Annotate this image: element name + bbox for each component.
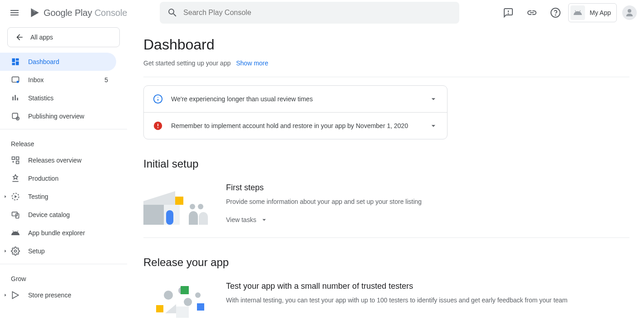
section-release-title: Release (0, 133, 127, 151)
svg-rect-35 (197, 303, 204, 311)
play-logo-icon (29, 7, 41, 19)
app-selector[interactable]: My App (568, 3, 617, 22)
chevron-down-icon (429, 94, 438, 104)
svg-point-31 (184, 298, 192, 306)
stats-icon (11, 94, 20, 103)
illustration (143, 282, 211, 323)
app-name: My App (590, 9, 611, 16)
nav-app-bundle-explorer[interactable]: App bundle explorer (0, 224, 116, 242)
link-button[interactable] (521, 2, 543, 24)
svg-point-18 (157, 97, 158, 98)
nav-label: Store presence (28, 291, 71, 299)
nav-dashboard[interactable]: Dashboard (0, 53, 116, 71)
arrow-left-icon (15, 33, 24, 42)
inbox-badge: 5 (104, 76, 108, 84)
nav-label: Device catalog (28, 211, 70, 218)
nav-label: Dashboard (28, 58, 59, 65)
nav-setup[interactable]: Setup (0, 242, 116, 260)
feedback-icon (503, 7, 514, 18)
caret-right-icon (2, 249, 9, 253)
nav-label: Testing (28, 193, 48, 200)
card-description: With internal testing, you can test your… (226, 296, 568, 305)
nav-label: Production (28, 175, 59, 182)
svg-marker-22 (143, 191, 175, 205)
svg-rect-34 (156, 305, 163, 312)
svg-marker-25 (175, 197, 183, 205)
divider (0, 264, 127, 264)
user-avatar[interactable] (622, 5, 637, 20)
svg-rect-9 (12, 157, 15, 160)
card-test-app: Test your app with a small number of tru… (143, 282, 629, 326)
testing-icon (11, 192, 20, 201)
search-input[interactable] (183, 9, 452, 17)
info-icon (153, 94, 163, 104)
dashboard-icon (11, 57, 20, 66)
nav-label: Setup (28, 247, 45, 255)
svg-rect-11 (16, 157, 19, 160)
gear-icon (11, 247, 20, 256)
logo-text-console: Console (94, 8, 127, 18)
nav-label: Inbox (28, 76, 44, 84)
help-button[interactable] (545, 2, 566, 24)
nav-production[interactable]: Production (0, 169, 116, 188)
svg-rect-33 (181, 286, 189, 294)
nav-label: Publishing overview (28, 113, 84, 120)
nav-testing[interactable]: Testing (0, 188, 116, 206)
logo[interactable]: Google Play Console (29, 7, 127, 19)
card-title: Test your app with a small number of tru… (226, 282, 568, 291)
inbox-icon (11, 75, 20, 84)
alert-message: Remember to implement account hold and r… (171, 122, 421, 129)
card-title: First steps (226, 183, 422, 193)
android-icon (570, 5, 585, 20)
svg-point-29 (164, 291, 173, 300)
card-first-steps: First steps Provide some information abo… (143, 183, 629, 237)
alert-error[interactable]: Remember to implement account hold and r… (144, 112, 447, 139)
section-grow-title: Grow (0, 268, 127, 286)
app-header: Google Play Console My App (0, 0, 644, 25)
store-icon (11, 291, 20, 300)
svg-point-32 (195, 292, 201, 298)
feedback-button[interactable] (497, 2, 519, 24)
nav-label: Releases overview (28, 157, 82, 164)
svg-point-15 (15, 250, 17, 252)
releases-icon (11, 156, 20, 165)
card-action-label: View tasks (226, 216, 256, 223)
nav-store-presence[interactable]: Store presence (0, 286, 116, 304)
logo-text-play: Google Play (44, 8, 92, 18)
menu-button[interactable] (4, 2, 25, 24)
caret-right-icon (2, 194, 9, 199)
subtitle-row: Get started setting up your app Show mor… (143, 59, 629, 77)
nav-device-catalog[interactable]: Device catalog (0, 206, 116, 224)
section-initial-setup-title: Initial setup (143, 158, 629, 170)
error-icon (153, 121, 163, 131)
publish-icon (11, 112, 20, 121)
nav-statistics[interactable]: Statistics (0, 89, 116, 107)
svg-rect-26 (166, 210, 173, 225)
svg-rect-37 (176, 306, 189, 318)
svg-point-28 (198, 204, 203, 209)
nav-publishing-overview[interactable]: Publishing overview (0, 107, 116, 125)
nav-label: App bundle explorer (28, 229, 85, 237)
bundle-icon (11, 228, 20, 237)
user-icon (624, 7, 635, 18)
search-bar[interactable] (160, 2, 459, 24)
view-tasks-button[interactable]: View tasks (226, 216, 422, 224)
illustration (143, 183, 211, 225)
svg-point-3 (556, 15, 556, 15)
nav-inbox[interactable]: Inbox 5 (0, 71, 116, 89)
help-icon (550, 7, 561, 18)
svg-marker-36 (165, 304, 176, 313)
svg-point-21 (157, 127, 158, 128)
card-description: Provide some information about your app … (226, 197, 422, 207)
divider (0, 129, 127, 129)
page-title: Dashboard (143, 36, 629, 53)
alert-info[interactable]: We're experiencing longer than usual rev… (144, 86, 447, 112)
all-apps-button[interactable]: All apps (7, 27, 120, 47)
svg-point-27 (190, 204, 195, 209)
show-more-link[interactable]: Show more (236, 59, 268, 67)
chevron-down-icon (260, 216, 268, 224)
main-content: Dashboard Get started setting up your ap… (127, 25, 644, 326)
production-icon (11, 174, 20, 183)
nav-releases-overview[interactable]: Releases overview (0, 151, 116, 169)
svg-point-1 (508, 14, 509, 14)
